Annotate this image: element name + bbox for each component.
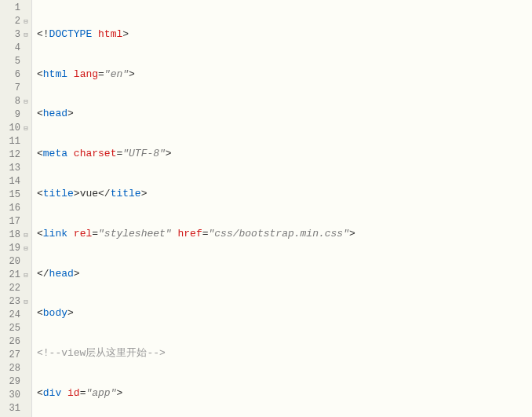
gutter-line[interactable]: 1 <box>0 2 31 15</box>
gutter-line[interactable]: 29 <box>0 375 31 389</box>
gutter-line[interactable]: 16 <box>0 202 31 215</box>
fold-icon[interactable]: ⊟ <box>22 17 30 27</box>
gutter-line[interactable]: 13 <box>0 162 31 175</box>
code-line[interactable]: <title>vue</title> <box>37 188 532 201</box>
gutter-line[interactable]: 22 <box>0 282 31 295</box>
code-area[interactable]: <!DOCTYPE html> <html lang="en"> <head> … <box>32 0 532 417</box>
code-line[interactable]: <head> <box>37 108 532 121</box>
gutter-line[interactable]: 14 <box>0 175 31 188</box>
gutter-line[interactable]: 20 <box>0 255 31 269</box>
fold-icon[interactable]: ⊟ <box>22 298 30 307</box>
code-line[interactable]: <div id="app"> <box>37 387 532 401</box>
code-line[interactable]: <!DOCTYPE html> <box>37 28 532 42</box>
gutter-line[interactable]: 27 <box>0 349 31 362</box>
fold-icon[interactable]: ⊟ <box>22 231 30 240</box>
gutter-line[interactable]: 6 <box>0 68 31 82</box>
gutter-line[interactable]: 25 <box>0 322 31 335</box>
gutter-line[interactable]: 18⊟ <box>0 229 31 242</box>
gutter-line[interactable]: 10⊟ <box>0 122 31 135</box>
line-gutter: 1 2⊟ 3⊟ 4 5 6 7 8⊟ 9 10⊟ 11 12 13 14 15 … <box>0 0 32 417</box>
gutter-line[interactable]: 21⊟ <box>0 269 31 282</box>
gutter-line[interactable]: 23⊟ <box>0 295 31 309</box>
fold-icon[interactable]: ⊟ <box>22 124 30 134</box>
gutter-line[interactable]: 4 <box>0 42 31 55</box>
gutter-line[interactable]: 12 <box>0 148 31 162</box>
gutter-line[interactable]: 9 <box>0 108 31 122</box>
fold-icon[interactable]: ⊟ <box>22 244 30 254</box>
fold-icon[interactable]: ⊟ <box>22 31 30 40</box>
gutter-line[interactable]: 5 <box>0 55 31 68</box>
gutter-line[interactable]: 19⊟ <box>0 242 31 255</box>
gutter-line[interactable]: 31 <box>0 402 31 415</box>
gutter-line[interactable]: 17 <box>0 215 31 229</box>
code-line[interactable]: <html lang="en"> <box>37 68 532 82</box>
fold-icon[interactable]: ⊟ <box>22 97 30 107</box>
code-editor: 1 2⊟ 3⊟ 4 5 6 7 8⊟ 9 10⊟ 11 12 13 14 15 … <box>0 0 532 417</box>
code-line[interactable]: <link rel="stylesheet" href="css/bootstr… <box>37 228 532 241</box>
gutter-line[interactable]: 8⊟ <box>0 95 31 108</box>
gutter-line[interactable]: 7 <box>0 82 31 95</box>
gutter-line[interactable]: 3⊟ <box>0 28 31 42</box>
code-line[interactable]: </head> <box>37 267 532 280</box>
gutter-line[interactable]: 2⊟ <box>0 15 31 28</box>
code-line[interactable]: <body> <box>37 307 532 320</box>
fold-icon[interactable]: ⊟ <box>22 271 30 280</box>
gutter-line[interactable]: 24 <box>0 309 31 322</box>
gutter-line[interactable]: 15 <box>0 188 31 202</box>
code-line[interactable]: <!--view层从这里开始--> <box>37 347 532 360</box>
code-line[interactable]: <meta charset="UTF-8"> <box>37 148 532 161</box>
gutter-line[interactable]: 11 <box>0 135 31 148</box>
gutter-line[interactable]: 28 <box>0 362 31 375</box>
gutter-line[interactable]: 30 <box>0 389 31 402</box>
gutter-line[interactable]: 26 <box>0 335 31 349</box>
